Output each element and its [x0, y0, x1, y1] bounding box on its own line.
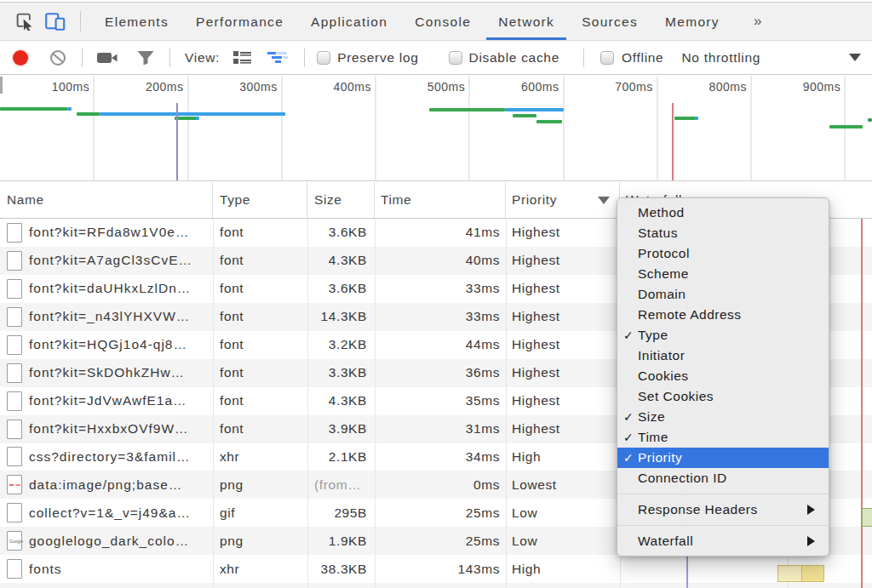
- ruler-gridline: [844, 76, 846, 180]
- clear-button[interactable]: [49, 49, 66, 66]
- disable-cache-label: Disable cache: [469, 50, 559, 66]
- time-cell: 33ms: [375, 309, 506, 324]
- disable-cache-checkbox[interactable]: [449, 51, 462, 65]
- priority-cell: Lowest: [506, 477, 620, 493]
- overview-view-icon[interactable]: [267, 51, 288, 65]
- type-cell: gif: [213, 505, 307, 521]
- inspect-element-icon[interactable]: [16, 13, 34, 31]
- priority-cell: Highest: [506, 309, 620, 324]
- request-row[interactable]: fonts xhr 38.3KB 143ms High: [0, 555, 872, 583]
- menu-item-label: Response Headers: [638, 502, 758, 517]
- name-cell: fonts: [0, 559, 213, 579]
- menu-item-connection-id[interactable]: Connection ID: [617, 468, 829, 488]
- time-cell: 25ms: [375, 505, 506, 521]
- panel-tab-memory[interactable]: Memory: [651, 3, 733, 41]
- priority-cell: Highest: [506, 365, 620, 380]
- chevron-down-icon[interactable]: [849, 54, 861, 61]
- panel-tab-network[interactable]: Network: [485, 3, 568, 41]
- column-header-type[interactable]: Type: [213, 182, 307, 218]
- network-toolbar: View: Preserve log Disable cac: [0, 41, 872, 75]
- panel-tab-performance[interactable]: Performance: [182, 3, 297, 41]
- menu-item-waterfall[interactable]: Waterfall: [617, 531, 829, 551]
- menu-item-label: Size: [638, 409, 665, 424]
- type-cell: xhr: [213, 449, 307, 465]
- filter-icon[interactable]: [136, 49, 155, 66]
- menu-item-label: Type: [638, 328, 668, 342]
- request-name: font?kit=A7agCl3sCvE…: [29, 253, 196, 268]
- menu-item-label: Set Cookies: [638, 389, 714, 403]
- size-cell: 295B: [307, 505, 375, 521]
- view-label: View:: [185, 50, 220, 66]
- menu-item-label: Initiator: [638, 348, 685, 363]
- time-cell: 143ms: [375, 562, 506, 577]
- column-divider: [506, 219, 507, 588]
- overview-request-bar: [100, 112, 285, 116]
- name-cell: Google googlelogo_dark_colo…: [0, 531, 213, 551]
- request-name: font?kit=JdVwAwfE1a…: [29, 393, 191, 408]
- panel-tab-elements[interactable]: Elements: [91, 3, 182, 41]
- menu-item-cookies[interactable]: Cookies: [617, 366, 829, 386]
- network-overview[interactable]: 100ms200ms300ms400ms500ms600ms700ms800ms…: [0, 76, 872, 181]
- throttling-select[interactable]: No throttling: [681, 50, 760, 66]
- screenshot-camera-icon[interactable]: [96, 50, 118, 66]
- ruler-gridline: [468, 76, 470, 180]
- file-icon: [7, 559, 22, 579]
- menu-item-scheme[interactable]: Scheme: [617, 264, 829, 284]
- type-cell: xhr: [213, 562, 307, 577]
- overview-request-bar: [175, 117, 198, 120]
- menu-item-time[interactable]: ✓Time: [617, 427, 829, 448]
- file-icon: [7, 420, 22, 439]
- priority-cell: Highest: [506, 281, 620, 296]
- menu-item-set-cookies[interactable]: Set Cookies: [617, 386, 829, 407]
- offline-checkbox[interactable]: [600, 51, 614, 65]
- request-name: font?kit=RFda8w1V0e…: [29, 225, 192, 240]
- size-cell: 4.3KB: [307, 393, 375, 408]
- more-tabs-button[interactable]: »: [745, 13, 770, 30]
- panel-tab-application[interactable]: Application: [297, 3, 401, 41]
- panel-tab-sources[interactable]: Sources: [568, 3, 651, 41]
- column-header-time[interactable]: Time: [375, 182, 506, 218]
- priority-cell: High: [506, 562, 620, 577]
- menu-item-status[interactable]: Status: [617, 223, 829, 243]
- record-button[interactable]: [13, 50, 28, 66]
- column-header-size[interactable]: Size: [307, 182, 375, 218]
- time-cell: 33ms: [375, 281, 506, 296]
- type-cell: font: [213, 225, 307, 240]
- menu-item-remote-address[interactable]: Remote Address: [617, 305, 829, 325]
- time-cell: 31ms: [375, 421, 506, 437]
- overview-request-bar: [429, 108, 505, 111]
- size-cell: 3.6KB: [307, 225, 375, 240]
- menu-item-size[interactable]: ✓Size: [617, 407, 829, 427]
- menu-item-method[interactable]: Method: [617, 203, 829, 223]
- name-cell: css?directory=3&famil…: [0, 447, 213, 466]
- ruler-label: 800ms: [708, 80, 747, 94]
- toolbar-separator: [80, 11, 81, 31]
- list-view-icon[interactable]: [232, 50, 252, 66]
- toolbar-separator: [82, 49, 83, 67]
- menu-item-response-headers[interactable]: Response Headers: [617, 500, 829, 520]
- overview-request-bar: [674, 117, 696, 120]
- menu-item-label: Protocol: [638, 246, 690, 260]
- menu-item-priority[interactable]: ✓Priority: [617, 448, 829, 468]
- checkmark-icon: ✓: [623, 407, 637, 427]
- preserve-log-checkbox[interactable]: [317, 51, 330, 65]
- overview-request-bar: [67, 107, 72, 111]
- menu-item-initiator[interactable]: Initiator: [617, 345, 829, 366]
- menu-item-type[interactable]: ✓Type: [617, 325, 829, 345]
- toolbar-separator: [304, 49, 305, 67]
- file-icon: [7, 503, 22, 522]
- menu-item-protocol[interactable]: Protocol: [617, 243, 829, 264]
- devtools-main-toolbar: ElementsPerformanceApplicationConsoleNet…: [0, 0, 872, 41]
- ruler-gridline: [563, 76, 565, 180]
- column-header-priority[interactable]: Priority: [506, 182, 620, 218]
- menu-item-domain[interactable]: Domain: [617, 284, 829, 305]
- device-toolbar-icon[interactable]: [45, 13, 66, 31]
- name-cell: collect?v=1&_v=j49&a…: [0, 503, 213, 522]
- ruler-gridline: [375, 76, 376, 180]
- priority-cell: Highest: [506, 337, 620, 352]
- column-header-name[interactable]: Name: [0, 182, 213, 218]
- type-cell: png: [213, 534, 307, 549]
- panel-tab-console[interactable]: Console: [401, 3, 485, 41]
- type-cell: font: [213, 309, 307, 324]
- time-cell: 35ms: [375, 393, 506, 408]
